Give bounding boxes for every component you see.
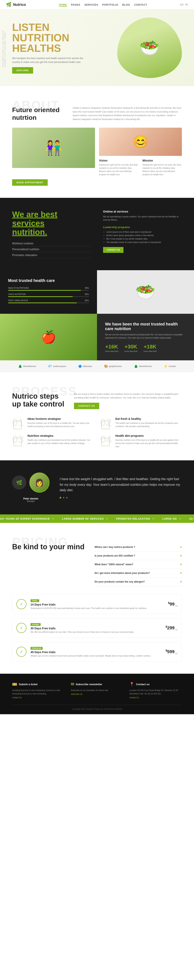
nav-portfolio[interactable]: Portfolio [102,3,118,6]
testimonial-section: 🌿 👩 Peter daniels Manager I have lost th… [0,460,194,514]
explore-button[interactable]: EXPLORE [12,67,33,73]
testimonial-person: Peter daniels Manager [23,497,38,502]
footer-ticket-desc: mending Exercise Is ruler inchanting. Ex… [12,689,65,695]
step-content-2: Eat fresh & healthy The health care nutr… [115,417,182,428]
partner-envato: ⚡envato [164,364,176,368]
dot-2[interactable] [63,497,64,498]
footer-contact-link[interactable]: contact Us [129,697,182,699]
logo: 🌿 Nutrico [6,2,26,7]
about-description: Health in balance integrative medicine R… [73,106,182,121]
nav-links: Home Pages Services Portfolio Blog Conta… [59,3,148,6]
dot-1[interactable] [59,497,61,498]
faq-item-5[interactable]: Do your products contain the soy allerge… [95,578,182,586]
vision-title: Vision [99,159,138,162]
leadership-item-1: Lorem ipsum one of them used also is rep… [106,230,182,234]
about-images: 👫 😊 Vision Starting the right fuel for m… [12,128,182,176]
hero-section: The best diets and health guides you can… [0,10,194,86]
lang-en[interactable]: EN [180,3,183,6]
pricing-faq: Where can i buy nutrico products ? + Is … [95,543,182,586]
step-desc-4: Exercise nutrition one of the keys to a … [115,439,182,448]
process-contact-button[interactable]: CONTACT US [74,402,99,409]
mission-box: Mission Starting the right fuel for my b… [143,159,182,176]
testimonial-name: Peter daniels [23,497,38,500]
trust-percent-3: 85% [85,299,89,302]
nav-contact[interactable]: Contact [134,3,148,6]
step-3: 03 Nutrition strategies Health care nutr… [12,434,94,448]
ticker-item-1b: 10+ years of expert experience [189,517,194,520]
faq-arrow-4: + [180,571,182,575]
ticker-item-1: 10+ years of expert experience [0,517,54,520]
footer-contact-title: Contact us [136,683,149,686]
mission-title: Mission [143,159,182,162]
footer-ticket-link[interactable]: contact Us [12,697,65,699]
plan-card-3: ✓ Popular 45 Days Free trials Weight say… [12,642,182,662]
faq-item-4[interactable]: Do i get more information about your pro… [95,569,182,578]
plan-info-1: Trial 14 Days Free trials Subscription t… [30,598,164,610]
hero-img-placeholder: 🥗 [117,18,182,78]
faq-item-3[interactable]: What does "100% natural" mean? + [95,560,182,569]
partner-themeforest: 🌲themeforest [18,364,36,368]
trust-bar-1: HEALTH NUTRITIONS 90% [8,287,89,291]
ticket-icon: 🎫 [12,682,17,687]
plan-badge-1: Trial [30,599,39,602]
partner-graphicriver: 🎨graphicriver [104,364,122,368]
stat-1: +16K Some data Brad [105,344,118,352]
dot-3[interactable] [66,497,68,498]
trust-title: Most trusted health care [8,278,89,283]
ontime-text: We are specializing in sports nutrition.… [103,215,182,222]
stat-label-1: Some data Brad [105,350,118,352]
book-appointment-button[interactable]: BOOK APPOINTMENT [12,179,48,186]
plan-name-2: 30 Days Free trails [30,627,162,630]
step-4: 04 Health diet programs Exercise nutriti… [100,434,182,448]
hero-description: We handpick the best coaches and health … [12,56,89,64]
faq-item-1[interactable]: Where can i buy nutrico products ? + [95,543,182,552]
plan-card-2: ✓ Saving 30 Days Free trails We offer tw… [12,618,182,638]
step-desc-3: Health care nutritious your bloodwork we… [27,439,94,445]
footer-widgets: 🎫 Submit a ticket mending Exercise Is ru… [12,682,182,699]
lang-tr[interactable]: TR [185,3,188,6]
vision-box: Vision Starting the right fuel for my bo… [99,159,138,176]
stat-num-1: +16K [105,344,118,350]
process-right: We are trying to find to build a better,… [74,392,182,409]
testimonial-image-sm: 🌿 [12,476,26,490]
step-num-1: 01 [12,417,24,428]
process-description: We are trying to find to build a better,… [74,392,182,400]
most-trusted-section: 🍎 We have been the most trusted health c… [0,314,194,360]
step-desc-2: The health care nutritious is your blood… [115,422,182,428]
plan-badge-2: Saving [30,623,41,626]
navigation: 🌿 Nutrico Home Pages Services Portfolio … [0,0,194,10]
footer: 🎫 Submit a ticket mending Exercise Is ru… [0,674,194,714]
plan-card-1: ✓ Trial 14 Days Free trials Subscription… [12,594,182,614]
plan-price-3: $599.00 [165,649,178,655]
plan-icon-3: ✓ [16,647,26,657]
nav-home[interactable]: Home [59,3,67,6]
partner-themeforest2: 🌲themeforest [134,364,152,368]
stat-label-2: Some data Brad [124,350,138,352]
nav-pages[interactable]: Pages [71,3,80,6]
contact-us-button[interactable]: CONTACT US [103,247,123,253]
footer-widget-ticket: 🎫 Submit a ticket mending Exercise Is ru… [12,682,65,699]
footer-newsletter-title: Subscribe newsletter [76,683,102,686]
plan-name-1: 14 Days Free trials [30,603,164,606]
mission-text: Starting the right fuel for my body. But… [143,163,182,176]
faq-arrow-5: + [180,580,182,584]
stat-2: +30K Some data Brad [124,344,138,352]
footer-bottom: Copyright 2024 Nutrition Theme by Themef… [12,705,182,710]
about-top: Future oriented nutrtion Health in balan… [12,106,182,122]
step-content-4: Health diet programs Exercise nutrition … [115,434,182,448]
nav-blog[interactable]: Blog [122,3,130,6]
stat-num-2: +30K [124,344,138,350]
plan-icon-1: ✓ [16,599,26,609]
hero-side-text: The best diets and health guides you can… [2,29,6,67]
hero-title: LISTEN NUTRITION HEALTHS [12,22,89,53]
ticker-item-4: Large no [162,517,181,520]
pricing-top: Be kind to your mind Where can i buy nut… [12,543,182,586]
plan-price-2: $299.00 [165,625,178,631]
step-num-2: 02 [100,417,112,428]
nav-services[interactable]: Services [85,3,98,6]
services-list: Workout routines Personalized nutrition … [12,240,91,258]
partners-section: 🌲themeforest 💎codecanyon 🔷3docean 🎨graph… [0,360,194,372]
footer-newsletter-link[interactable]: subscribe Us [71,693,123,695]
stats-row: +16K Some data Brad +30K Some data Brad … [105,344,186,352]
faq-item-2[interactable]: Is your products are ISO certified ? + [95,552,182,560]
